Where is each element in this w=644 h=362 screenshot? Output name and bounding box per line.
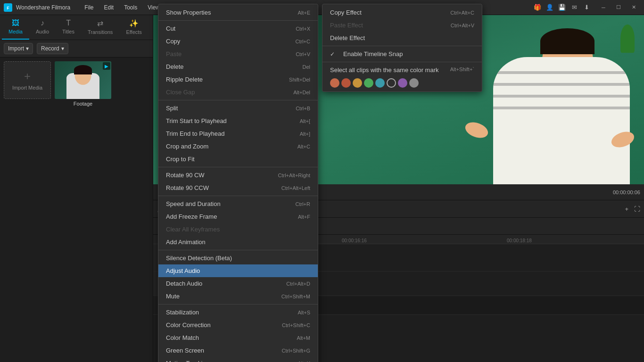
- cm-copy[interactable]: Copy Ctrl+C: [158, 35, 318, 48]
- cm-rotate-ccw[interactable]: Rotate 90 CCW Ctrl+Alt+Left: [158, 181, 318, 194]
- tab-media-label: Media: [8, 29, 23, 34]
- color-swatch-red[interactable]: [330, 78, 339, 88]
- cm-sep-6: [158, 304, 318, 304]
- cm-split[interactable]: Split Ctrl+B: [158, 102, 318, 115]
- ruler-mark-3: 00:00:18:18: [507, 235, 532, 244]
- mail-icon[interactable]: ✉: [570, 3, 579, 12]
- tab-effects[interactable]: ✨ Effects: [119, 15, 148, 40]
- cm-effect-sep-2: [322, 62, 482, 62]
- close-button[interactable]: ✕: [627, 3, 640, 12]
- color-swatch-green[interactable]: [364, 78, 373, 88]
- import-media-button[interactable]: + Import Media: [4, 61, 51, 99]
- cm-close-gap-shortcut: Alt+Del: [293, 90, 310, 95]
- cm-paste: Paste Ctrl+V: [158, 48, 318, 60]
- cm-green-screen-label: Green Screen: [166, 347, 278, 354]
- cm-sep-2: [158, 100, 318, 100]
- cm-ripple-delete-shortcut: Shift+Del: [289, 77, 310, 82]
- cm-enable-snap-label: Enable Timeline Snap: [343, 50, 471, 58]
- color-swatch-gray[interactable]: [409, 78, 419, 88]
- color-swatches-container: [322, 76, 482, 90]
- import-chevron-icon: ▾: [26, 45, 29, 52]
- color-swatch-dark-red[interactable]: [341, 78, 351, 88]
- media-thumbnail-footage: ▶ Footage: [55, 61, 111, 107]
- cm-speed-duration-label: Speed and Duration: [166, 200, 292, 207]
- cm-detach-audio[interactable]: Detach Audio Ctrl+Alt+D: [158, 277, 318, 290]
- minimize-button[interactable]: ─: [597, 3, 610, 12]
- cm-copy-effect[interactable]: Copy Effect Ctrl+Alt+C: [322, 6, 482, 19]
- download-icon[interactable]: ⬇: [582, 3, 591, 12]
- cm-cut[interactable]: Cut Ctrl+X: [158, 22, 318, 35]
- cm-rotate-ccw-shortcut: Ctrl+Alt+Left: [281, 185, 310, 191]
- cm-add-animation-label: Add Animation: [166, 239, 306, 246]
- cm-enable-snap[interactable]: ✓ Enable Timeline Snap: [322, 48, 482, 60]
- cm-motion-tracking-shortcut: Alt+X: [297, 361, 310, 362]
- cm-delete-effect[interactable]: Delete Effect: [322, 32, 482, 44]
- color-swatch-purple[interactable]: [398, 78, 407, 88]
- cm-rotate-cw[interactable]: Rotate 90 CW Ctrl+Alt+Right: [158, 169, 318, 181]
- color-swatch-white[interactable]: [387, 78, 396, 88]
- color-swatch-orange[interactable]: [353, 78, 362, 88]
- cm-delete[interactable]: Delete Del: [158, 60, 318, 73]
- tab-media[interactable]: 🖼 Media: [2, 15, 29, 40]
- cm-clear-keyframes: Clear All Keyframes: [158, 223, 318, 236]
- cm-show-properties[interactable]: Show Properties Alt+E: [158, 6, 318, 19]
- account-icon[interactable]: 👤: [545, 3, 554, 12]
- color-swatch-teal[interactable]: [375, 78, 385, 88]
- menubar: File Edit Tools View: [80, 2, 165, 13]
- cm-paste-shortcut: Ctrl+V: [296, 51, 310, 57]
- cm-crop-zoom[interactable]: Crop and Zoom Alt+C: [158, 140, 318, 153]
- tab-audio[interactable]: ♪ Audio: [29, 15, 56, 40]
- cm-trim-start[interactable]: Trim Start to Playhead Alt+[: [158, 115, 318, 127]
- cm-select-color-mark-shortcut: Alt+Shift+`: [450, 66, 474, 74]
- cm-stabilization[interactable]: Stabilization Alt+S: [158, 306, 318, 319]
- maximize-button[interactable]: ☐: [612, 3, 625, 12]
- import-media-label: Import Media: [12, 85, 42, 90]
- cm-select-color-mark-label: Select all clips with the same color mar…: [330, 66, 450, 74]
- cm-motion-tracking[interactable]: Motion Tracking Alt+X: [158, 357, 318, 362]
- cm-copy-shortcut: Ctrl+C: [296, 39, 310, 44]
- cm-green-screen[interactable]: Green Screen Ctrl+Shift+G: [158, 344, 318, 357]
- cm-stabilization-label: Stabilization: [166, 309, 294, 316]
- transitions-tab-icon: ⇄: [97, 19, 103, 28]
- cm-rotate-cw-shortcut: Ctrl+Alt+Right: [278, 173, 310, 178]
- tab-transitions[interactable]: ⇄ Transitions: [81, 15, 119, 40]
- cm-split-shortcut: Ctrl+B: [296, 106, 310, 111]
- cm-crop-zoom-shortcut: Alt+C: [297, 144, 310, 149]
- cm-add-freeze-shortcut: Alt+F: [298, 214, 310, 220]
- cm-motion-tracking-label: Motion Tracking: [166, 360, 294, 362]
- cm-ripple-delete[interactable]: Ripple Delete Shift+Del: [158, 73, 318, 86]
- preview-time: 00:00:00:06: [613, 189, 640, 195]
- cm-color-match[interactable]: Color Match Alt+M: [158, 331, 318, 344]
- menu-edit[interactable]: Edit: [99, 2, 119, 13]
- tab-transitions-label: Transitions: [88, 29, 113, 35]
- record-dropdown[interactable]: Record ▾: [37, 43, 68, 54]
- cm-speed-duration[interactable]: Speed and Duration Ctrl+R: [158, 197, 318, 210]
- cm-mute[interactable]: Mute Ctrl+Shift+M: [158, 290, 318, 303]
- cm-split-label: Split: [166, 105, 292, 112]
- gift-icon[interactable]: 🎁: [533, 3, 542, 12]
- menu-file[interactable]: File: [80, 2, 98, 13]
- tab-titles[interactable]: T Titles: [56, 15, 81, 40]
- media-grid: + Import Media ▶ Footage: [0, 58, 153, 362]
- cm-trim-end[interactable]: Trim End to Playhead Alt+]: [158, 127, 318, 140]
- add-media-button[interactable]: +: [625, 206, 628, 213]
- import-dropdown[interactable]: Import ▾: [4, 43, 33, 54]
- cm-color-match-shortcut: Alt+M: [297, 335, 310, 341]
- cm-add-freeze[interactable]: Add Freeze Frame Alt+F: [158, 210, 318, 223]
- footage-thumbnail[interactable]: ▶: [55, 61, 111, 99]
- cm-add-animation[interactable]: Add Animation: [158, 236, 318, 248]
- menu-tools[interactable]: Tools: [119, 2, 142, 13]
- cm-mute-shortcut: Ctrl+Shift+M: [281, 294, 310, 299]
- context-menu-effects: Copy Effect Ctrl+Alt+C Paste Effect Ctrl…: [322, 4, 482, 92]
- cm-rotate-ccw-label: Rotate 90 CCW: [166, 184, 278, 191]
- cm-color-correction[interactable]: Color Correction Ctrl+Shift+C: [158, 319, 318, 331]
- cm-crop-fit[interactable]: Crop to Fit: [158, 153, 318, 165]
- cm-show-properties-label: Show Properties: [166, 9, 294, 16]
- cm-adjust-audio[interactable]: Adjust Audio: [158, 264, 318, 277]
- app-icon: F: [4, 3, 12, 12]
- cm-select-color-mark[interactable]: Select all clips with the same color mar…: [322, 64, 482, 76]
- fullscreen-button[interactable]: ⛶: [634, 206, 640, 213]
- cm-silence-detection[interactable]: Silence Detection (Beta): [158, 252, 318, 264]
- save-icon[interactable]: 💾: [557, 3, 567, 12]
- cm-delete-label: Delete: [166, 63, 298, 70]
